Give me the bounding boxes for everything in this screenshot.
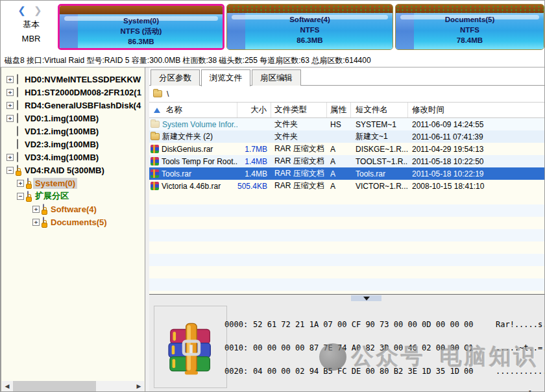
partition-size: 78.4MB bbox=[396, 35, 544, 45]
partition-name: Software(4) bbox=[227, 14, 393, 25]
disk-tree-panel: + HD0:NVMeINTELSSDPEKKW + HD1:ST2000DM00… bbox=[1, 67, 145, 392]
disk-icon bbox=[17, 88, 18, 97]
tab-partition-params[interactable]: 分区参数 bbox=[151, 69, 200, 86]
tree-item-rd4[interactable]: + RD4:GeneralUSBFlashDisk(4 bbox=[1, 99, 145, 112]
splitter-collapse-handle[interactable] bbox=[351, 295, 382, 301]
path-bar[interactable]: \ bbox=[149, 86, 545, 103]
hex-dump[interactable]: 0000:52 61 72 21 1A 07 00 CF 90 73 00 00… bbox=[224, 305, 545, 392]
expander-icon[interactable]: + bbox=[6, 76, 14, 83]
file-row-new-folder[interactable]: 新建文件夹 (2) 文件夹 新建文~1 2011-06-11 07:41:39 bbox=[149, 130, 545, 143]
disk-lock-icon bbox=[17, 165, 18, 175]
rar-archive-icon bbox=[151, 169, 159, 178]
file-row-tools-temp[interactable]: Tools Temp For Root... 1.4MB RAR 压缩文档 A … bbox=[149, 155, 545, 167]
rar-archive-icon bbox=[151, 145, 159, 153]
tree-item-vd0[interactable]: + VD0:1.img(100MB) bbox=[1, 112, 145, 125]
expander-icon[interactable]: + bbox=[32, 219, 40, 226]
preview-icon-box bbox=[154, 306, 227, 388]
disk-icon bbox=[17, 127, 18, 136]
partition-box-software[interactable]: Software(4) NTFS 86.3MB bbox=[226, 4, 393, 50]
expander-icon[interactable]: − bbox=[6, 167, 14, 174]
column-header-attr[interactable]: 属性 bbox=[327, 103, 351, 117]
tree-item-label: Software(4) bbox=[49, 204, 99, 215]
expander-icon[interactable]: + bbox=[6, 154, 14, 161]
main-panel: 分区参数 浏览文件 扇区编辑 \ 名称 大小 文件类型 属性 短文件名 修改时间… bbox=[149, 67, 545, 392]
partition-size: 86.3MB bbox=[227, 35, 393, 45]
partition-name: Documents(5) bbox=[396, 14, 544, 25]
disk-nav-block: ❮ ❯ 基本 MBR bbox=[7, 5, 55, 45]
partition-name: System(0) bbox=[60, 16, 223, 26]
column-header-type[interactable]: 文件类型 bbox=[271, 103, 327, 117]
expander-icon[interactable]: + bbox=[6, 89, 14, 96]
disk-icon bbox=[17, 114, 18, 123]
current-path: \ bbox=[167, 90, 169, 99]
file-row-tools-selected[interactable]: Tools.rar 1.4MB RAR 压缩文档 A Tools.rar 201… bbox=[149, 167, 545, 180]
tree-item-documents5[interactable]: + Documents(5) bbox=[1, 215, 145, 228]
collapse-down-icon bbox=[363, 297, 370, 300]
tree-item-vd2[interactable]: VD2:3.img(100MB) bbox=[1, 138, 145, 151]
tree-item-hd0[interactable]: + HD0:NVMeINTELSSDPEKKW bbox=[1, 73, 145, 86]
file-preview-pane: 0000:52 61 72 21 1A 07 00 CF 90 73 00 00… bbox=[149, 302, 545, 392]
expander-icon[interactable]: − bbox=[17, 193, 24, 200]
tree-item-label: VD0:1.img(100MB) bbox=[23, 113, 101, 124]
disk-info-line: 磁盘8 接口:Virtual Raid 型号:RAID 5 容量:300.0MB… bbox=[1, 54, 545, 67]
partition-color-bar bbox=[396, 5, 544, 13]
prev-disk-icon[interactable]: ❮ bbox=[18, 5, 29, 16]
partition-fs: NTFS (活动) bbox=[60, 26, 223, 36]
next-disk-icon[interactable]: ❯ bbox=[34, 5, 45, 16]
file-list: System Volume Infor... 文件夹 HS SYSTEM~1 2… bbox=[149, 118, 545, 192]
tree-item-vd3[interactable]: + VD3:4.img(100MB) bbox=[1, 151, 145, 164]
tree-item-vd4-raid5[interactable]: − VD4:RAID 5(300MB) bbox=[1, 164, 145, 177]
tree-item-label: VD1:2.img(100MB) bbox=[23, 126, 101, 137]
partition-lock-icon bbox=[43, 204, 44, 214]
scroll-left-icon[interactable]: ◀ bbox=[2, 381, 12, 391]
hidden-folder-icon bbox=[151, 121, 160, 128]
partition-color-bar bbox=[227, 5, 393, 13]
tree-item-label: VD2:3.img(100MB) bbox=[23, 139, 101, 150]
tree-item-system0[interactable]: + System(0) bbox=[1, 177, 145, 190]
file-row-system-volume[interactable]: System Volume Infor... 文件夹 HS SYSTEM~1 2… bbox=[149, 118, 545, 130]
expander-icon[interactable]: + bbox=[17, 180, 24, 187]
partition-box-system[interactable]: System(0) NTFS (活动) 86.3MB bbox=[58, 4, 224, 50]
scrollbar-thumb[interactable] bbox=[13, 381, 96, 391]
disk-type-label: 基本 bbox=[7, 18, 55, 31]
partition-size: 86.3MB bbox=[60, 36, 223, 47]
tree-item-label: Documents(5) bbox=[49, 217, 109, 228]
expander-icon[interactable]: + bbox=[32, 206, 40, 213]
disk-icon bbox=[17, 101, 18, 110]
file-row-victoria[interactable]: Victoria 4.46b.rar 505.4KB RAR 压缩文档 A VI… bbox=[149, 180, 545, 192]
extended-partition-lock-icon bbox=[27, 191, 29, 201]
tree-item-label: HD0:NVMeINTELSSDPEKKW bbox=[23, 74, 143, 85]
scroll-right-icon[interactable]: ▶ bbox=[134, 381, 144, 391]
tab-bar: 分区参数 浏览文件 扇区编辑 bbox=[149, 67, 545, 86]
tree-item-label: RD4:GeneralUSBFlashDisk(4 bbox=[23, 100, 143, 111]
rar-archive-icon bbox=[151, 182, 159, 190]
tab-browse-files[interactable]: 浏览文件 bbox=[201, 69, 250, 86]
partition-lock-icon bbox=[43, 217, 44, 227]
tab-sector-edit[interactable]: 扇区编辑 bbox=[252, 69, 301, 86]
partition-bar-area: ❮ ❯ 基本 MBR System(0) NTFS (活动) 86.3MB So… bbox=[1, 1, 545, 54]
empty-list-area bbox=[149, 192, 545, 294]
disk-icon bbox=[17, 75, 18, 84]
expander-icon[interactable]: + bbox=[6, 115, 14, 122]
horizontal-splitter[interactable] bbox=[149, 294, 545, 302]
sort-ascending-icon bbox=[154, 108, 160, 113]
column-header-size[interactable]: 大小 bbox=[237, 103, 271, 117]
column-header-shortname[interactable]: 短文件名 bbox=[351, 103, 408, 117]
tree-item-label: VD3:4.img(100MB) bbox=[23, 152, 101, 163]
tree-item-hd1[interactable]: + HD1:ST2000DM008-2FR102(1 bbox=[1, 86, 145, 99]
folder-icon bbox=[153, 90, 162, 97]
tree-horizontal-scrollbar[interactable]: ◀ ▶ bbox=[2, 381, 144, 391]
column-header-mtime[interactable]: 修改时间 bbox=[408, 103, 545, 117]
tree-item-label: System(0) bbox=[33, 178, 77, 189]
tree-item-extended[interactable]: − 扩展分区 bbox=[1, 190, 145, 202]
tree-item-vd1[interactable]: VD1:2.img(100MB) bbox=[1, 125, 145, 138]
tree-item-software4[interactable]: + Software(4) bbox=[1, 202, 145, 215]
disk-mbr-label: MBR bbox=[7, 32, 55, 45]
partition-box-documents[interactable]: Documents(5) NTFS 78.4MB bbox=[395, 4, 544, 50]
partition-fs: NTFS bbox=[227, 25, 393, 35]
expander-icon[interactable]: + bbox=[6, 102, 14, 109]
partition-fs: NTFS bbox=[396, 25, 544, 35]
column-header-name[interactable]: 名称 bbox=[149, 103, 237, 117]
rar-archive-icon bbox=[151, 157, 159, 165]
file-row-diskgenius[interactable]: DiskGenius.rar 1.7MB RAR 压缩文档 A DISKGE~1… bbox=[149, 143, 545, 155]
